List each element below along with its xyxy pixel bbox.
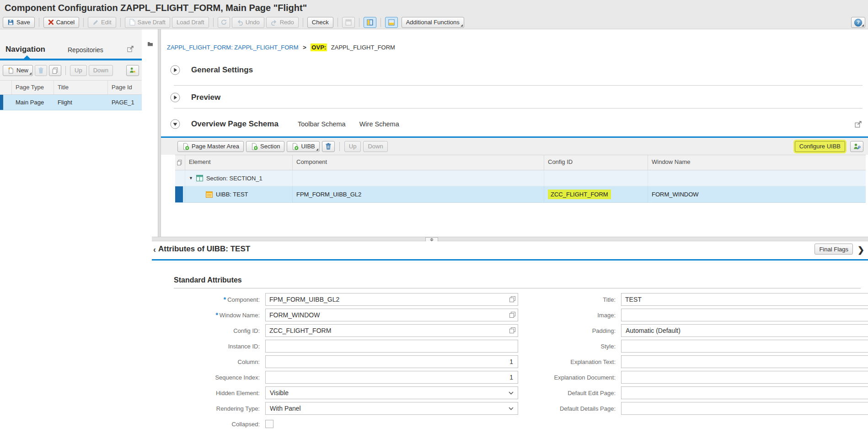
padding-select[interactable]: Automatic (Default) bbox=[621, 324, 868, 337]
column-input[interactable] bbox=[265, 355, 518, 368]
add-page-master-area-button[interactable]: Page Master Area bbox=[177, 141, 244, 152]
field-title: Title: bbox=[542, 293, 868, 306]
expand-right-icon[interactable] bbox=[170, 65, 180, 75]
undo-button[interactable]: Undo bbox=[232, 17, 264, 28]
instance-id-input[interactable] bbox=[265, 340, 518, 353]
field-label: Instance ID: bbox=[228, 343, 260, 350]
toolbar-separator bbox=[39, 18, 39, 27]
toolbar-separator bbox=[65, 66, 66, 75]
help-button[interactable]: ? bbox=[851, 17, 865, 28]
default-edit-page-input[interactable] bbox=[621, 386, 868, 399]
cancel-button[interactable]: Cancel bbox=[43, 17, 79, 28]
horizontal-splitter[interactable] bbox=[152, 237, 868, 241]
collapsed-checkbox[interactable] bbox=[265, 420, 273, 428]
field-label: Default Details Page: bbox=[560, 405, 616, 412]
tab-wire-schema[interactable]: Wire Schema bbox=[359, 120, 399, 128]
additional-functions-button[interactable]: Additional Functions bbox=[402, 17, 464, 28]
toolbar-separator bbox=[339, 142, 340, 151]
value-help-icon[interactable] bbox=[509, 296, 516, 303]
layout-vertical-split-button[interactable] bbox=[364, 17, 376, 28]
layout-single-button[interactable] bbox=[342, 17, 355, 28]
style-input[interactable] bbox=[621, 340, 868, 353]
schema-row-section[interactable]: ▼ Section: SECTION_1 bbox=[175, 170, 866, 186]
vertical-splitter[interactable] bbox=[158, 29, 161, 237]
tab-navigation[interactable]: Navigation bbox=[5, 45, 45, 54]
nav-header-title[interactable]: Title bbox=[54, 81, 108, 94]
layout-horizontal-split-icon bbox=[388, 19, 395, 26]
image-input[interactable] bbox=[621, 309, 868, 321]
delete-page-button[interactable] bbox=[35, 65, 47, 76]
schema-header-element[interactable]: Element bbox=[185, 155, 293, 170]
field-label: Explanation Text: bbox=[570, 358, 616, 365]
field-component: *Component: bbox=[174, 293, 518, 306]
nav-table-row[interactable]: Main Page Flight PAGE_1 bbox=[0, 95, 142, 110]
new-button[interactable]: New bbox=[3, 65, 33, 76]
active-tab-underline bbox=[0, 59, 142, 60]
save-button[interactable]: Save bbox=[3, 17, 35, 28]
attributes-header: ‹ Attributes of UIBB: TEST Final Flags ❯ bbox=[152, 241, 868, 259]
redo-button[interactable]: Redo bbox=[266, 17, 299, 28]
add-uibb-button[interactable]: UIBB bbox=[287, 141, 319, 152]
collapse-left-icon[interactable]: ‹ bbox=[153, 245, 156, 255]
schema-header-component[interactable]: Component bbox=[293, 155, 544, 170]
field-config-id: Config ID: bbox=[174, 324, 518, 337]
cell-component bbox=[293, 170, 544, 186]
copy-page-button[interactable] bbox=[49, 65, 61, 76]
move-down-button[interactable]: Down bbox=[89, 65, 113, 76]
final-flags-button[interactable]: Final Flags bbox=[814, 244, 853, 255]
value-help-icon[interactable] bbox=[509, 311, 516, 318]
save-icon bbox=[7, 19, 14, 26]
uibb-element-icon bbox=[206, 191, 213, 198]
breadcrumb-link[interactable]: ZAPPL_FLIGHT_FORM: ZAPPL_FLIGHT_FORM bbox=[167, 44, 299, 51]
value-help-icon[interactable] bbox=[509, 327, 516, 334]
splitter-dock-icon[interactable] bbox=[147, 41, 153, 46]
move-up-button[interactable]: Up bbox=[344, 141, 361, 152]
personalize-button[interactable] bbox=[126, 65, 139, 76]
edit-button[interactable]: Edit bbox=[88, 17, 116, 28]
hidden-element-select[interactable]: Visible bbox=[265, 386, 518, 399]
draft-icon bbox=[129, 19, 135, 26]
collapse-down-icon[interactable] bbox=[170, 119, 180, 129]
sequence-index-input[interactable] bbox=[265, 371, 518, 384]
trash-icon bbox=[325, 142, 332, 150]
title-input[interactable] bbox=[621, 293, 868, 306]
tab-toolbar-schema[interactable]: Toolbar Schema bbox=[298, 120, 346, 128]
default-details-page-input[interactable] bbox=[621, 402, 868, 415]
detach-panel-icon[interactable] bbox=[127, 46, 134, 52]
move-up-button[interactable]: Up bbox=[70, 65, 87, 76]
nav-header-page-type[interactable]: Page Type bbox=[12, 81, 54, 94]
add-section-button[interactable]: Section bbox=[246, 141, 284, 152]
schema-header-config-id[interactable]: Config ID bbox=[544, 155, 648, 170]
config-id-input[interactable] bbox=[265, 324, 518, 337]
field-hidden-element: Hidden Element: Visible bbox=[174, 386, 518, 399]
detach-panel-icon[interactable] bbox=[855, 121, 862, 128]
explanation-document-input[interactable] bbox=[621, 371, 868, 384]
field-explanation-document: Explanation Document: bbox=[542, 371, 868, 384]
check-button[interactable]: Check bbox=[307, 17, 333, 28]
save-draft-button[interactable]: Save Draft bbox=[125, 17, 170, 28]
schema-header-window-name[interactable]: Window Name bbox=[648, 155, 866, 170]
schema-row-uibb[interactable]: UIBB: TEST FPM_FORM_UIBB_GL2 ZCC_FLIGHT_… bbox=[175, 186, 866, 203]
tab-repositories[interactable]: Repositories bbox=[68, 46, 103, 54]
expand-right-icon[interactable] bbox=[170, 92, 180, 103]
nav-header-page-id[interactable]: Page Id bbox=[108, 81, 142, 94]
layout-horizontal-split-button[interactable] bbox=[385, 17, 398, 28]
rendering-type-select[interactable]: With Panel bbox=[265, 402, 518, 415]
toolbar-separator bbox=[213, 18, 214, 27]
explanation-text-input[interactable] bbox=[621, 355, 868, 368]
configure-uibb-button[interactable]: Configure UIBB bbox=[795, 141, 845, 152]
component-input[interactable] bbox=[265, 293, 518, 306]
refresh-button[interactable] bbox=[218, 17, 230, 28]
move-down-button[interactable]: Down bbox=[363, 141, 387, 152]
add-element-icon bbox=[251, 143, 258, 150]
attributes-form: *Component: *Window Name: Config ID: Ins… bbox=[174, 290, 868, 293]
field-label: Window Name: bbox=[220, 312, 260, 319]
toolbar-separator bbox=[83, 18, 84, 27]
toolbar-separator bbox=[380, 18, 381, 27]
collapse-node-icon[interactable]: ▼ bbox=[189, 176, 193, 180]
load-draft-button[interactable]: Load Draft bbox=[172, 17, 209, 28]
personalize-button[interactable] bbox=[850, 141, 863, 152]
collapse-right-icon[interactable]: ❯ bbox=[857, 245, 864, 255]
delete-element-button[interactable] bbox=[322, 141, 335, 152]
window-name-input[interactable] bbox=[265, 309, 518, 321]
